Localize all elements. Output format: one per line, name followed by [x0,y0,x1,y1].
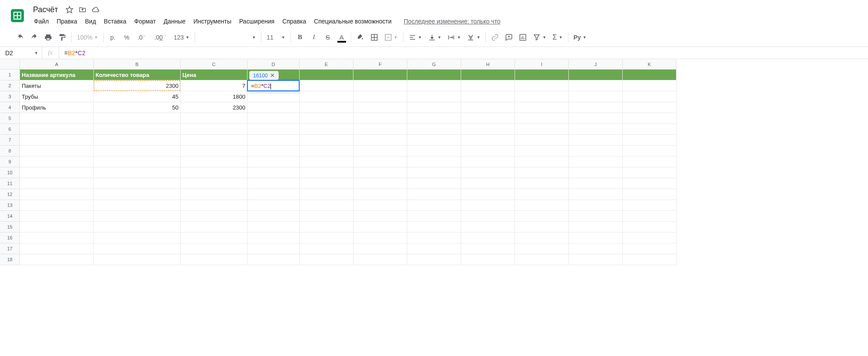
currency-button[interactable]: р. [106,31,119,44]
cell[interactable] [20,200,94,211]
cell[interactable] [248,91,300,102]
cell[interactable] [248,178,300,189]
cell[interactable] [407,91,461,102]
cell[interactable]: 2300 [94,80,181,91]
functions-dropdown[interactable]: Σ▼ [550,31,565,44]
cell[interactable] [515,113,569,124]
borders-button[interactable] [368,31,381,44]
cell[interactable] [569,124,623,135]
column-header[interactable]: J [569,59,623,70]
cell[interactable] [300,189,353,200]
cell[interactable] [181,135,248,146]
fill-color-button[interactable] [354,31,367,44]
cell[interactable]: Название артикула [20,70,94,80]
cell[interactable] [569,91,623,102]
cell[interactable] [353,70,407,80]
cell[interactable] [300,102,353,113]
cell[interactable] [300,222,353,233]
row-header[interactable]: 7 [0,135,20,146]
cell[interactable] [300,80,353,91]
cell[interactable]: 45 [94,91,181,102]
cell[interactable] [94,243,181,254]
column-header[interactable]: E [300,59,353,70]
cell[interactable] [20,254,94,265]
cell[interactable] [515,70,569,80]
cell[interactable] [20,167,94,178]
cell[interactable] [407,135,461,146]
cell[interactable] [353,146,407,156]
cell[interactable] [248,222,300,233]
column-header[interactable]: D [248,59,300,70]
spreadsheet-grid[interactable]: ABCDEFGHIJK1Название артикулаКоличество … [0,59,868,265]
menu-extensions[interactable]: Расширения [236,16,278,27]
cloud-status-icon[interactable] [91,5,100,14]
cell[interactable] [94,178,181,189]
cell[interactable] [569,80,623,91]
cell[interactable] [94,200,181,211]
cell[interactable] [300,146,353,156]
cell[interactable]: Трубы [20,91,94,102]
column-header[interactable]: B [94,59,181,70]
name-box[interactable]: D2▼ [0,50,42,57]
cell[interactable] [407,189,461,200]
column-header[interactable]: I [515,59,569,70]
formula-input[interactable]: =B2*C2 [59,50,868,57]
horizontal-align-dropdown[interactable]: ▼ [406,31,425,44]
row-header[interactable]: 4 [0,102,20,113]
cell[interactable] [181,124,248,135]
cell[interactable] [623,189,677,200]
cell[interactable] [181,222,248,233]
row-header[interactable]: 1 [0,70,20,80]
cell[interactable] [515,233,569,243]
cell[interactable] [94,167,181,178]
cell[interactable] [461,102,515,113]
cell[interactable] [515,167,569,178]
cell[interactable] [181,113,248,124]
cell[interactable] [623,167,677,178]
zoom-dropdown[interactable]: 100%▼ [74,31,101,44]
row-header[interactable]: 10 [0,167,20,178]
cell[interactable] [461,233,515,243]
cell[interactable] [461,200,515,211]
star-icon[interactable] [65,5,74,14]
menu-tools[interactable]: Инструменты [190,16,234,27]
cell[interactable] [407,70,461,80]
cell[interactable] [248,211,300,222]
cell[interactable] [94,113,181,124]
cell[interactable] [461,135,515,146]
cell[interactable] [300,200,353,211]
cell[interactable] [623,200,677,211]
cell[interactable] [407,80,461,91]
cell[interactable] [300,254,353,265]
cell[interactable] [300,124,353,135]
cell[interactable] [353,102,407,113]
menu-view[interactable]: Вид [82,16,99,27]
decrease-decimal-button[interactable]: .0← [134,31,150,44]
apps-script-dropdown[interactable]: Py▼ [571,31,589,44]
cell[interactable] [353,178,407,189]
cell[interactable] [94,211,181,222]
active-cell-editor[interactable]: =B2*C2 [248,81,274,91]
cell[interactable] [20,156,94,167]
cell[interactable] [515,243,569,254]
cell[interactable] [407,178,461,189]
cell[interactable] [569,146,623,156]
cell[interactable] [407,113,461,124]
cell[interactable] [20,222,94,233]
cell[interactable] [248,167,300,178]
redo-button[interactable] [28,31,41,44]
cell[interactable] [515,102,569,113]
cell[interactable] [569,243,623,254]
cell[interactable] [353,222,407,233]
cell[interactable] [20,233,94,243]
cell[interactable] [515,80,569,91]
cell[interactable] [94,254,181,265]
cell[interactable] [461,156,515,167]
cell[interactable] [515,200,569,211]
cell[interactable] [461,124,515,135]
merge-cells-dropdown[interactable]: ▼ [382,31,400,44]
cell[interactable] [515,146,569,156]
cell[interactable] [94,124,181,135]
cell[interactable] [94,146,181,156]
cell[interactable] [461,178,515,189]
